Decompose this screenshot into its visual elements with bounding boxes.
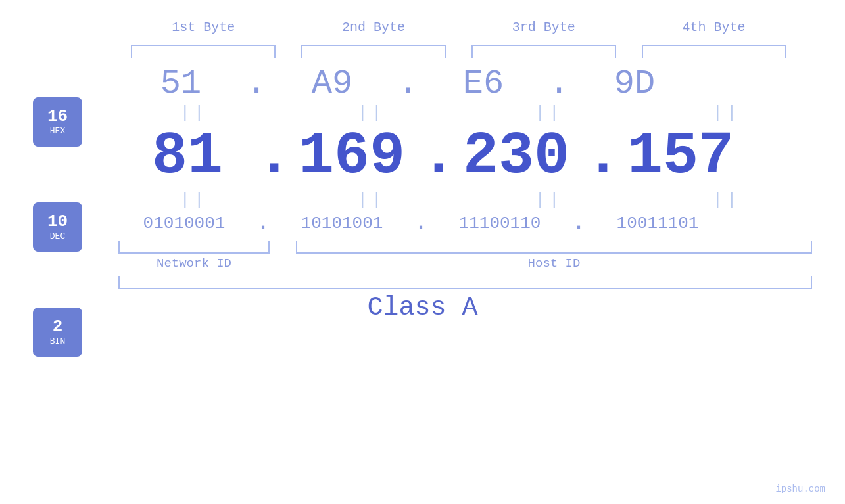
header-byte2: 2nd Byte <box>301 20 446 35</box>
dec-dot-1: . <box>256 123 283 190</box>
bin-badge: 2 BIN <box>33 308 82 357</box>
dec-badge: 10 DEC <box>33 202 82 252</box>
bin-row: 01010001 . 10101001 . 11100110 . 1001110… <box>26 210 819 237</box>
id-labels: Network ID Host ID <box>26 256 819 271</box>
bracket-top-1 <box>131 45 276 58</box>
eq-1-b4: || <box>651 103 802 123</box>
eq-row-2: || || || || <box>26 190 819 210</box>
eq-1-b1: || <box>118 103 270 123</box>
bracket-bottom-host <box>296 241 812 254</box>
hex-dot-3: . <box>546 64 572 103</box>
eq-1-b3: || <box>473 103 625 123</box>
dec-row: 81 . 169 . 230 . 157 <box>26 123 819 190</box>
bin-dot-1: . <box>250 210 276 237</box>
bin-byte4: 10011101 <box>592 214 723 233</box>
bin-dot-3: . <box>566 210 592 237</box>
header-byte4: 4th Byte <box>642 20 786 35</box>
hex-dot-2: . <box>395 64 421 103</box>
header-byte1: 1st Byte <box>131 20 276 35</box>
header-byte3: 3rd Byte <box>471 20 616 35</box>
eq-1-b2: || <box>296 103 447 123</box>
eq-2-b2: || <box>296 190 447 210</box>
dec-byte4: 157 <box>612 123 750 190</box>
dec-dot-3: . <box>585 123 612 190</box>
hex-badge: 16 HEX <box>33 97 82 147</box>
eq-2-b3: || <box>473 190 625 210</box>
dec-byte3: 230 <box>447 123 585 190</box>
hex-byte1: 51 <box>118 64 243 103</box>
bin-dot-2: . <box>408 210 434 237</box>
hex-base-label: HEX <box>50 126 65 136</box>
class-label: Class A <box>26 293 819 323</box>
bin-base-label: BIN <box>50 336 65 346</box>
bin-byte3: 11100110 <box>434 214 566 233</box>
top-brackets <box>26 45 819 58</box>
hex-byte3: E6 <box>421 64 546 103</box>
bracket-top-2 <box>301 45 446 58</box>
dec-byte1: 81 <box>118 123 256 190</box>
bracket-top-3 <box>471 45 616 58</box>
bracket-top-4 <box>642 45 786 58</box>
eq-row-1: || || || || <box>26 103 819 123</box>
full-bottom-bracket <box>118 276 812 289</box>
hex-byte4: 9D <box>572 64 697 103</box>
dec-byte2: 169 <box>283 123 421 190</box>
eq-2-b1: || <box>118 190 270 210</box>
network-id-label: Network ID <box>118 256 270 271</box>
main-container: 16 HEX 10 DEC 2 BIN 1st Byte 2nd Byte 3r… <box>0 0 845 504</box>
dec-dot-2: . <box>421 123 447 190</box>
hex-row: 51 . A9 . E6 . 9D <box>26 64 819 103</box>
hex-base-number: 16 <box>47 108 68 125</box>
bottom-brackets-row <box>26 241 819 254</box>
eq-2-b4: || <box>651 190 802 210</box>
dec-base-label: DEC <box>50 231 65 241</box>
watermark: ipshu.com <box>775 484 825 494</box>
dec-base-number: 10 <box>47 213 68 230</box>
host-id-label: Host ID <box>296 256 812 271</box>
bin-byte1: 01010001 <box>118 214 250 233</box>
bin-base-number: 2 <box>53 318 63 335</box>
column-headers: 1st Byte 2nd Byte 3rd Byte 4th Byte <box>26 20 819 35</box>
hex-byte2: A9 <box>270 64 395 103</box>
hex-dot-1: . <box>243 64 270 103</box>
bracket-bottom-network <box>118 241 270 254</box>
bin-byte2: 10101001 <box>276 214 408 233</box>
